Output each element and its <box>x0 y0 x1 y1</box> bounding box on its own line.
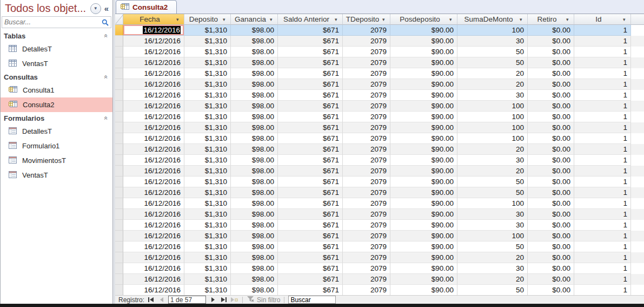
cell-id[interactable]: 1 <box>574 144 631 155</box>
cell-sumademonto[interactable]: 20 <box>457 79 528 90</box>
cell-posdeposito[interactable]: $90.00 <box>390 57 457 68</box>
cell-saldo-anterior[interactable]: $671 <box>278 112 343 122</box>
cell-deposito[interactable]: $1,310 <box>184 155 231 166</box>
cell-saldo-anterior[interactable]: $671 <box>278 166 343 177</box>
cell-tdeposito[interactable]: 2079 <box>343 166 390 177</box>
cell-ganancia[interactable]: $98.00 <box>231 36 278 47</box>
sidebar-search-input[interactable] <box>2 18 99 27</box>
cell-ganancia[interactable]: $98.00 <box>231 241 278 252</box>
cell-tdeposito[interactable]: 2079 <box>343 285 390 296</box>
cell-posdeposito[interactable]: $90.00 <box>390 144 457 155</box>
cell-saldo-anterior[interactable]: $671 <box>278 263 343 274</box>
cell-retiro[interactable]: $0.00 <box>528 36 574 47</box>
cell-sumademonto[interactable]: 100 <box>457 122 528 133</box>
cell-sumademonto[interactable]: 100 <box>457 231 528 241</box>
cell-posdeposito[interactable]: $90.00 <box>390 252 457 263</box>
cell-saldo-anterior[interactable]: $671 <box>278 155 343 166</box>
nav-section-header-consultas[interactable]: Consultas« <box>1 71 112 83</box>
cell-deposito[interactable]: $1,310 <box>184 209 231 220</box>
cell-deposito[interactable]: $1,310 <box>184 47 231 57</box>
cell-retiro[interactable]: $0.00 <box>528 79 574 90</box>
cell-fecha[interactable]: 16/12/2016 <box>123 79 184 90</box>
cell-retiro[interactable]: $0.00 <box>528 144 574 155</box>
cell-tdeposito[interactable]: 2079 <box>343 177 390 187</box>
cell-sumademonto[interactable]: 50 <box>457 177 528 187</box>
cell-ganancia[interactable]: $98.00 <box>231 198 278 209</box>
column-header-id[interactable]: Id▾ <box>574 14 631 25</box>
column-header-sumademonto[interactable]: SumaDeMonto▾ <box>457 14 528 25</box>
cell-sumademonto[interactable]: 20 <box>457 274 528 285</box>
record-selector[interactable] <box>115 57 123 68</box>
cell-id[interactable]: 1 <box>574 274 631 285</box>
cell-ganancia[interactable]: $98.00 <box>231 285 278 296</box>
cell-id[interactable]: 1 <box>574 231 631 241</box>
cell-deposito[interactable]: $1,310 <box>184 220 231 231</box>
cell-deposito[interactable]: $1,310 <box>184 79 231 90</box>
record-selector[interactable] <box>115 220 123 231</box>
nav-pane-menu-dropdown-icon[interactable]: ▼ <box>90 3 101 14</box>
nav-section-header-tablas[interactable]: Tablas« <box>1 30 112 42</box>
record-selector[interactable] <box>115 101 123 112</box>
chevron-down-icon[interactable]: ▾ <box>623 17 630 22</box>
chevron-down-icon[interactable]: ▾ <box>176 17 184 22</box>
column-header-fecha[interactable]: Fecha▾ <box>123 14 184 25</box>
cell-sumademonto[interactable]: 100 <box>457 198 528 209</box>
cell-sumademonto[interactable]: 50 <box>457 241 528 252</box>
chevrons-up-icon[interactable]: « <box>103 34 110 38</box>
cell-saldo-anterior[interactable]: $671 <box>278 231 343 241</box>
cell-id[interactable]: 1 <box>574 166 631 177</box>
cell-deposito[interactable]: $1,310 <box>184 166 231 177</box>
cell-ganancia[interactable]: $98.00 <box>231 155 278 166</box>
cell-tdeposito[interactable]: 2079 <box>343 241 390 252</box>
cell-saldo-anterior[interactable]: $671 <box>278 57 343 68</box>
cell-saldo-anterior[interactable]: $671 <box>278 133 343 144</box>
cell-ganancia[interactable]: $98.00 <box>231 177 278 187</box>
column-header-saldo-anterior[interactable]: Saldo Anterior▾ <box>278 14 343 25</box>
cell-retiro[interactable]: $0.00 <box>528 252 574 263</box>
cell-fecha[interactable]: 16/12/2016 <box>123 133 184 144</box>
cell-id[interactable]: 1 <box>574 57 631 68</box>
cell-sumademonto[interactable]: 30 <box>457 209 528 220</box>
cell-deposito[interactable]: $1,310 <box>184 112 231 122</box>
cell-saldo-anterior[interactable]: $671 <box>278 47 343 57</box>
record-selector[interactable] <box>115 122 123 133</box>
cell-ganancia[interactable]: $98.00 <box>231 25 278 36</box>
cell-ganancia[interactable]: $98.00 <box>231 101 278 112</box>
cell-saldo-anterior[interactable]: $671 <box>278 177 343 187</box>
cell-posdeposito[interactable]: $90.00 <box>390 274 457 285</box>
cell-fecha[interactable]: 16/12/2016 <box>123 122 184 133</box>
cell-saldo-anterior[interactable]: $671 <box>278 241 343 252</box>
sidebar-item-consulta2[interactable]: Consulta2 <box>1 97 112 112</box>
cell-saldo-anterior[interactable]: $671 <box>278 285 343 296</box>
cell-retiro[interactable]: $0.00 <box>528 122 574 133</box>
cell-sumademonto[interactable]: 100 <box>457 133 528 144</box>
cell-tdeposito[interactable]: 2079 <box>343 263 390 274</box>
cell-tdeposito[interactable]: 2079 <box>343 155 390 166</box>
cell-tdeposito[interactable]: 2079 <box>343 112 390 122</box>
cell-id[interactable]: 1 <box>574 177 631 187</box>
cell-saldo-anterior[interactable]: $671 <box>278 209 343 220</box>
record-selector[interactable] <box>115 79 123 90</box>
cell-deposito[interactable]: $1,310 <box>184 133 231 144</box>
column-header-posdeposito[interactable]: Posdeposito▾ <box>390 14 457 25</box>
cell-sumademonto[interactable]: 30 <box>457 90 528 101</box>
cell-ganancia[interactable]: $98.00 <box>231 263 278 274</box>
record-selector[interactable] <box>115 25 123 36</box>
cell-ganancia[interactable]: $98.00 <box>231 133 278 144</box>
cell-posdeposito[interactable]: $90.00 <box>390 198 457 209</box>
cell-tdeposito[interactable]: 2079 <box>343 25 390 36</box>
cell-posdeposito[interactable]: $90.00 <box>390 25 457 36</box>
cell-id[interactable]: 1 <box>574 90 631 101</box>
cell-deposito[interactable]: $1,310 <box>184 198 231 209</box>
record-selector[interactable] <box>115 133 123 144</box>
first-record-icon[interactable] <box>147 296 155 303</box>
cell-fecha[interactable]: 16/12/2016 <box>123 47 184 57</box>
cell-posdeposito[interactable]: $90.00 <box>390 231 457 241</box>
record-selector[interactable] <box>115 263 123 274</box>
cell-deposito[interactable]: $1,310 <box>184 101 231 112</box>
chevron-down-icon[interactable]: ▾ <box>382 17 390 22</box>
record-selector[interactable] <box>115 252 123 263</box>
cell-deposito[interactable]: $1,310 <box>184 36 231 47</box>
cell-posdeposito[interactable]: $90.00 <box>390 101 457 112</box>
cell-deposito[interactable]: $1,310 <box>184 144 231 155</box>
